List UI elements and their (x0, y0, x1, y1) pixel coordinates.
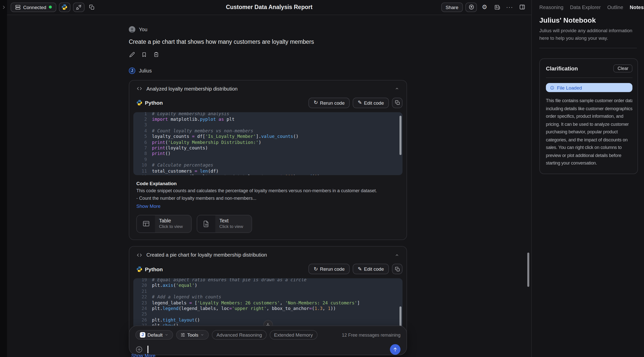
copy-message-button[interactable] (153, 51, 159, 58)
copy-icon (395, 100, 400, 105)
extended-memory-toggle[interactable]: Extended Memory (269, 330, 317, 340)
copy-icon (89, 5, 95, 10)
tab-outline[interactable]: Outline (607, 5, 623, 10)
clarification-card: Clarification Clear File Loaded This fil… (539, 58, 638, 174)
code-line: 9 (138, 157, 403, 163)
newspaper-icon (494, 5, 500, 10)
panel-right-icon (519, 4, 525, 10)
clear-button[interactable]: Clear (614, 64, 632, 72)
chevron-down-icon (165, 333, 169, 337)
expand-sidebar-icon[interactable] (2, 5, 6, 10)
pencil-icon (129, 52, 135, 57)
tools-selector[interactable]: Tools (176, 330, 209, 340)
assistant-name: Julius (139, 68, 152, 73)
code-line: 1# Loyalty membership analysis (138, 112, 403, 117)
publish-button[interactable] (465, 3, 477, 12)
explanation-line: - Count the number of loyalty members an… (136, 195, 399, 201)
step1-header[interactable]: Analyzed loyalty membership distribution (129, 80, 407, 91)
edit-message-button[interactable] (129, 51, 135, 58)
code-icon (136, 86, 142, 91)
clarification-body-line: order specifics, product information, an… (546, 113, 632, 121)
edit-code-button[interactable]: ✎ Edit code (353, 97, 389, 108)
connected-status-dot (49, 6, 52, 9)
language-label: Python (145, 100, 163, 106)
clarification-body-line: This file contains sample customer order… (546, 97, 632, 105)
changelog-button[interactable] (492, 3, 502, 12)
show-more-link[interactable]: Show More (136, 203, 160, 209)
model-selector[interactable]: J Default (135, 330, 173, 340)
send-button[interactable] (390, 344, 400, 355)
copy-notebook-button[interactable] (87, 3, 97, 12)
attach-button[interactable] (135, 346, 143, 353)
python-kernel-button[interactable] (59, 3, 70, 12)
share-button[interactable]: Share (441, 3, 463, 12)
collapse-step1-icon[interactable] (394, 87, 399, 91)
code-line: 22# Add a legend with counts (138, 294, 403, 300)
right-panel: Reasoning Data Explorer Outline Notes Ju… (531, 0, 644, 357)
tools-label: Tools (187, 332, 198, 338)
tab-reasoning[interactable]: Reasoning (539, 5, 564, 10)
plus-circle-icon (135, 346, 143, 353)
page-title: Customer Data Analysis Report (226, 4, 312, 10)
copy-code-button[interactable] (392, 264, 403, 274)
step2-header[interactable]: Created a pie chart for loyalty membersh… (129, 247, 407, 258)
user-name: You (139, 26, 147, 32)
copy-code-button[interactable] (392, 97, 403, 108)
rerun-label: Rerun code (320, 100, 345, 105)
code-line: 2import matplotlib.pyplot as plt (138, 117, 403, 123)
bookmark-message-button[interactable] (141, 51, 147, 58)
chevron-down-icon (200, 333, 205, 337)
collapse-step2-icon[interactable] (394, 253, 399, 257)
output-type: Table (159, 218, 183, 223)
rerun-code-button[interactable]: ↻ Rerun code (309, 264, 350, 274)
julius-logo-icon: J (140, 332, 145, 338)
tab-notes[interactable]: Notes (630, 5, 644, 10)
step1-code-editor[interactable]: 1# Loyalty membership analysis2import ma… (133, 112, 403, 175)
step1-outputs: Table Click to view Text Click to view (136, 215, 399, 233)
step1-language-row: Python ↻ Rerun code ✎ Edit code (129, 97, 407, 108)
output-type: Text (219, 218, 243, 223)
rerun-icon: ↻ (314, 100, 318, 105)
unplug-icon (76, 5, 82, 10)
language-label: Python (145, 266, 163, 272)
code-line: 4# Count loyalty members vs non-members (138, 128, 403, 134)
composer-input-row[interactable] (135, 344, 400, 355)
toggle-right-panel-button[interactable] (517, 3, 527, 12)
chip-label: Extended Memory (274, 332, 313, 338)
table-output-card[interactable]: Table Click to view (136, 215, 192, 233)
show-more-link[interactable]: Show More (131, 352, 155, 357)
file-loaded-label: File Loaded (557, 85, 582, 90)
divider (546, 77, 632, 78)
edit-icon: ✎ (358, 100, 362, 105)
bookmark-icon (141, 52, 147, 57)
tab-data-explorer[interactable]: Data Explorer (570, 5, 601, 10)
model-label: Default (147, 332, 163, 338)
rerun-icon: ↻ (314, 266, 318, 271)
output-hint: Click to view (159, 224, 183, 229)
gear-icon: ⚙ (482, 4, 487, 10)
explanation-line: This code snippet counts and calculates … (136, 188, 399, 193)
rerun-code-button[interactable]: ↻ Rerun code (309, 97, 350, 108)
more-options-button[interactable]: ··· (505, 3, 515, 12)
chat-scrollbar-thumb[interactable] (527, 252, 529, 287)
settings-button[interactable]: ⚙ (479, 3, 490, 12)
output-hint: Click to view (219, 224, 243, 229)
file-loaded-badge[interactable]: File Loaded (546, 83, 632, 92)
edit-label: Edit code (364, 100, 384, 105)
message-actions (129, 51, 407, 58)
chat-scroll-area[interactable]: You Create a pie chart that shows how ma… (7, 15, 531, 357)
explanation-title: Code Explanation (136, 180, 399, 186)
disconnect-button[interactable] (73, 3, 85, 12)
advanced-reasoning-toggle[interactable]: Advanced Reasoning (212, 330, 267, 340)
sliders-icon (181, 333, 185, 337)
code-line: 8print() (138, 151, 403, 157)
text-output-card[interactable]: Text Click to view (197, 215, 252, 233)
code-scrollbar[interactable] (399, 115, 401, 155)
edit-code-button[interactable]: ✎ Edit code (353, 264, 389, 274)
python-icon (136, 100, 142, 106)
server-icon (15, 5, 21, 10)
chip-label: Advanced Reasoning (217, 332, 262, 338)
code-line: 10# Calculate percentages (138, 163, 403, 168)
connected-button[interactable]: Connected (11, 3, 56, 12)
julius-avatar: J (129, 67, 135, 74)
